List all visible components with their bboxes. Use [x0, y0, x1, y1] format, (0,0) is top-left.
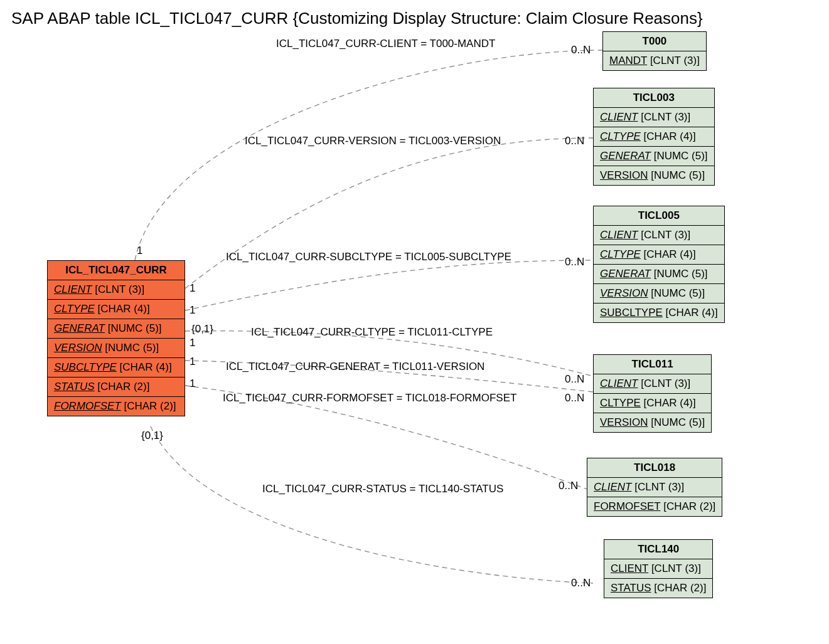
cardinality-label: 0..N: [565, 135, 584, 147]
edge-label: ICL_TICL047_CURR-STATUS = TICL140-STATUS: [262, 483, 503, 495]
entity-field: VERSION [NUMC (5)]: [594, 166, 714, 185]
entity-field: MANDT [CLNT (3)]: [603, 51, 706, 70]
cardinality-label: 1: [190, 304, 195, 317]
entity-field: CLTYPE [CHAR (4)]: [594, 394, 711, 413]
cardinality-label: 1: [190, 337, 195, 349]
edge-label: ICL_TICL047_CURR-VERSION = TICL003-VERSI…: [245, 135, 501, 147]
entity-field: STATUS [CHAR (2)]: [604, 579, 712, 598]
entity-field: GENERAT [NUMC (5)]: [594, 265, 724, 284]
cardinality-label: {0,1}: [141, 430, 163, 442]
entity-header: TICL018: [587, 458, 722, 478]
entity-field: CLIENT [CLNT (3)]: [587, 478, 722, 497]
entity-field: FORMOFSET [CHAR (2)]: [587, 497, 722, 516]
edge-label: ICL_TICL047_CURR-SUBCLTYPE = TICL005-SUB…: [226, 251, 511, 263]
entity-ticl005: TICL005 CLIENT [CLNT (3)] CLTYPE [CHAR (…: [593, 206, 725, 323]
cardinality-label: 1: [190, 356, 195, 368]
entity-ticl140: TICL140 CLIENT [CLNT (3)] STATUS [CHAR (…: [604, 539, 713, 598]
entity-field: VERSION [NUMC (5)]: [594, 413, 711, 432]
entity-header: TICL003: [594, 88, 714, 108]
entity-icl-ticl047-curr: ICL_TICL047_CURR CLIENT [CLNT (3)] CLTYP…: [47, 260, 185, 416]
cardinality-label: 1: [190, 282, 195, 295]
entity-field: CLIENT [CLNT (3)]: [594, 226, 724, 245]
edge-label: ICL_TICL047_CURR-CLTYPE = TICL011-CLTYPE: [251, 326, 493, 339]
entity-field: CLIENT [CLNT (3)]: [594, 108, 714, 127]
entity-field: CLTYPE [CHAR (4)]: [594, 127, 714, 147]
cardinality-label: 0..N: [559, 480, 578, 492]
entity-header: TICL005: [594, 206, 724, 226]
entity-field: CLTYPE [CHAR (4)]: [594, 245, 724, 265]
entity-ticl003: TICL003 CLIENT [CLNT (3)] CLTYPE [CHAR (…: [593, 88, 715, 186]
cardinality-label: 1: [137, 245, 142, 257]
cardinality-label: 0..N: [571, 44, 591, 56]
entity-header: T000: [603, 32, 706, 51]
entity-field: CLIENT [CLNT (3)]: [594, 374, 711, 394]
entity-field: CLIENT [CLNT (3)]: [48, 280, 185, 300]
edge-label: ICL_TICL047_CURR-GENERAT = TICL011-VERSI…: [226, 361, 484, 373]
page-title: SAP ABAP table ICL_TICL047_CURR {Customi…: [11, 9, 823, 28]
cardinality-label: 0..N: [565, 256, 584, 268]
entity-field: GENERAT [NUMC (5)]: [594, 147, 714, 166]
entity-field: FORMOFSET [CHAR (2)]: [48, 397, 185, 416]
entity-field: CLIENT [CLNT (3)]: [604, 559, 712, 579]
entity-field: STATUS [CHAR (2)]: [48, 377, 185, 397]
edge-label: ICL_TICL047_CURR-CLIENT = T000-MANDT: [276, 38, 495, 50]
cardinality-label: 0..N: [565, 373, 584, 386]
entity-header: ICL_TICL047_CURR: [48, 261, 185, 280]
entity-ticl018: TICL018 CLIENT [CLNT (3)] FORMOFSET [CHA…: [587, 458, 722, 517]
edge-label: ICL_TICL047_CURR-FORMOFSET = TICL018-FOR…: [223, 392, 516, 404]
entity-t000: T000 MANDT [CLNT (3)]: [602, 31, 707, 71]
cardinality-label: 1: [190, 377, 195, 390]
entity-field: SUBCLTYPE [CHAR (4)]: [48, 358, 185, 377]
entity-field: VERSION [NUMC (5)]: [594, 284, 724, 304]
cardinality-label: 0..N: [565, 392, 584, 404]
entity-header: TICL011: [594, 355, 711, 374]
entity-ticl011: TICL011 CLIENT [CLNT (3)] CLTYPE [CHAR (…: [593, 354, 712, 433]
entity-header: TICL140: [604, 540, 712, 559]
cardinality-label: 0..N: [571, 577, 591, 589]
cardinality-label: {0,1}: [191, 323, 213, 335]
entity-field: SUBCLTYPE [CHAR (4)]: [594, 304, 724, 322]
entity-field: GENERAT [NUMC (5)]: [48, 319, 185, 339]
entity-field: VERSION [NUMC (5)]: [48, 339, 185, 358]
entity-field: CLTYPE [CHAR (4)]: [48, 300, 185, 319]
